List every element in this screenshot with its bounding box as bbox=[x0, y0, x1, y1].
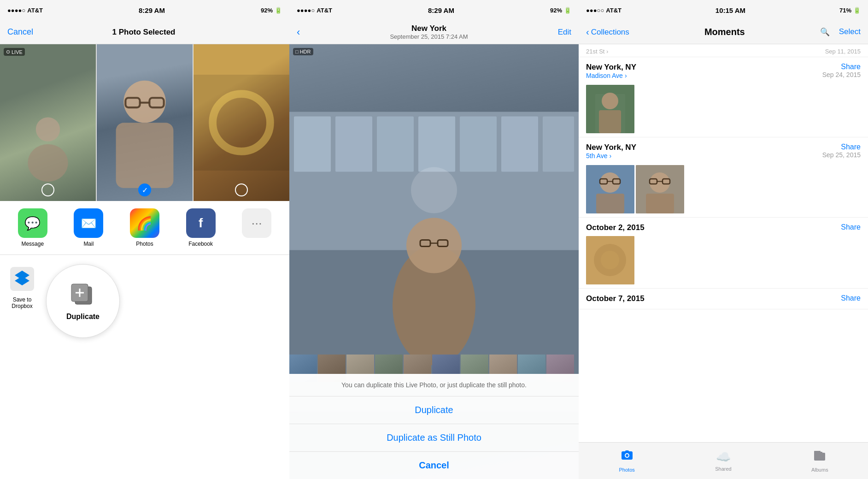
select-circle-2[interactable]: ✓ bbox=[138, 183, 151, 196]
mail-icon: ✉️ bbox=[74, 208, 103, 238]
share-mail[interactable]: ✉️ Mail bbox=[61, 208, 117, 247]
moment-4-share[interactable]: Share bbox=[841, 294, 861, 302]
tab-bar-3: Photos ☁️ Shared Albums bbox=[579, 442, 868, 479]
more-icon: ··· bbox=[242, 208, 271, 238]
share-message[interactable]: 💬 Message bbox=[5, 208, 61, 247]
collections-back-button[interactable]: ‹ Collections bbox=[586, 27, 629, 37]
svg-point-49 bbox=[601, 251, 619, 269]
panel-3: ●●●○○ AT&T 10:15 AM 71% 🔋 ‹ Collections … bbox=[579, 0, 868, 479]
status-bar-2: ●●●●○ AT&T 8:29 AM 92% 🔋 bbox=[289, 0, 579, 20]
shared-tab-label: Shared bbox=[715, 466, 731, 472]
moment-2-info: New York, NY 5th Ave bbox=[586, 143, 636, 161]
status-left-2: ●●●●○ AT&T bbox=[297, 7, 332, 14]
tab-photos[interactable]: Photos bbox=[579, 449, 675, 473]
moment-5th-ave: New York, NY 5th Ave Share Sep 25, 2015 bbox=[579, 137, 868, 218]
dropbox-icon bbox=[7, 264, 37, 294]
duplicate-icon bbox=[67, 281, 99, 309]
moment-2-thumb-1[interactable] bbox=[586, 165, 634, 213]
svg-rect-24 bbox=[543, 117, 574, 172]
moment-1-location: New York, NY bbox=[586, 63, 636, 72]
duplicate-action[interactable]: Duplicate bbox=[46, 264, 120, 338]
moment-2-share[interactable]: Share bbox=[822, 143, 861, 151]
status-left-3: ●●●○○ AT&T bbox=[586, 7, 622, 14]
battery-3: 71% bbox=[839, 7, 851, 14]
status-right-1: 92% 🔋 bbox=[261, 7, 282, 14]
svg-rect-34 bbox=[599, 110, 621, 133]
moments-title: Moments bbox=[704, 27, 745, 37]
svg-point-42 bbox=[650, 172, 670, 193]
svg-point-2 bbox=[123, 81, 166, 123]
search-button[interactable]: 🔍 bbox=[820, 27, 830, 37]
albums-tab-label: Albums bbox=[811, 467, 828, 473]
person-face-1 bbox=[97, 60, 193, 201]
status-bar-1: ●●●●○ AT&T 8:29 AM 92% 🔋 bbox=[0, 0, 289, 20]
shared-tab-icon: ☁️ bbox=[716, 450, 731, 464]
select-circle-3[interactable] bbox=[235, 183, 248, 196]
svg-point-52 bbox=[626, 454, 628, 457]
svg-rect-57 bbox=[814, 451, 821, 453]
nav-title-block-2: New York September 25, 2015 7:24 AM bbox=[390, 24, 468, 40]
carrier-1: AT&T bbox=[27, 7, 43, 14]
dropbox-action[interactable]: Save toDropbox bbox=[7, 264, 37, 309]
svg-point-33 bbox=[602, 93, 618, 109]
svg-rect-23 bbox=[501, 117, 538, 172]
dropbox-label: Save toDropbox bbox=[12, 296, 32, 309]
nav-actions-3: 🔍 Select bbox=[820, 27, 861, 37]
duplicate-still-button[interactable]: Duplicate as Still Photo bbox=[289, 424, 579, 452]
svg-rect-43 bbox=[646, 194, 674, 213]
photos-tab-icon bbox=[621, 449, 633, 465]
facebook-icon: f bbox=[186, 208, 216, 238]
time-1: 8:29 AM bbox=[139, 6, 165, 14]
message-icon: 💬 bbox=[18, 208, 47, 238]
facebook-label: Facebook bbox=[188, 241, 213, 247]
svg-rect-19 bbox=[335, 117, 372, 172]
moment-3-thumb-1[interactable] bbox=[586, 236, 634, 284]
share-photos[interactable]: 🌈 Photos bbox=[117, 208, 173, 247]
svg-rect-55 bbox=[814, 453, 825, 461]
moment-2-location: New York, NY bbox=[586, 143, 636, 152]
photos-tab-label: Photos bbox=[619, 467, 635, 473]
svg-point-36 bbox=[600, 172, 620, 193]
photo-thumb-1[interactable]: ⊙ LIVE bbox=[0, 44, 96, 201]
svg-point-1 bbox=[28, 144, 68, 182]
action-sheet: You can duplicate this Live Photo, or ju… bbox=[289, 374, 579, 479]
moment-2-thumb-2[interactable] bbox=[636, 165, 684, 213]
select-button[interactable]: Select bbox=[839, 27, 861, 37]
back-button-2[interactable]: ‹ bbox=[297, 26, 300, 38]
moment-1-sublocation[interactable]: Madison Ave bbox=[586, 72, 636, 79]
moment-1-share[interactable]: Share bbox=[822, 63, 861, 71]
prev-street: 21st St › bbox=[586, 48, 608, 55]
moment-1-chevron bbox=[624, 72, 627, 79]
battery-icon-3: 🔋 bbox=[853, 7, 861, 14]
tab-shared[interactable]: ☁️ Shared bbox=[675, 450, 771, 472]
actions-row: Save toDropbox Duplicate bbox=[0, 255, 289, 479]
message-label: Message bbox=[21, 241, 44, 247]
live-text: LIVE bbox=[12, 49, 23, 55]
thumb3-pattern bbox=[194, 44, 289, 201]
svg-rect-54 bbox=[625, 450, 629, 452]
live-badge: ⊙ LIVE bbox=[4, 48, 25, 56]
moment-1-thumbs bbox=[586, 85, 861, 133]
live-icon: ⊙ bbox=[6, 49, 10, 55]
moment-madison-ave: New York, NY Madison Ave Share Sep 24, 2… bbox=[579, 57, 868, 137]
share-more[interactable]: ··· bbox=[229, 208, 285, 247]
moment-3-header: October 2, 2015 Share bbox=[586, 223, 861, 232]
photo-thumb-3[interactable] bbox=[194, 44, 289, 201]
battery-1: 92% bbox=[261, 7, 273, 14]
edit-button[interactable]: Edit bbox=[558, 28, 571, 37]
signal-dots-1: ●●●●○ bbox=[7, 7, 25, 14]
photo-thumb-2[interactable]: ✓ bbox=[97, 44, 193, 201]
duplicate-button[interactable]: Duplicate bbox=[289, 396, 579, 424]
moment-4-header: October 7, 2015 Share bbox=[586, 294, 861, 303]
battery-icon-1: 🔋 bbox=[275, 7, 282, 14]
share-facebook[interactable]: f Facebook bbox=[173, 208, 229, 247]
moment-2-sublocation[interactable]: 5th Ave bbox=[586, 152, 636, 160]
moments-scroll[interactable]: 21st St › Sep 11, 2015 New York, NY Madi… bbox=[579, 44, 868, 442]
cancel-action-button[interactable]: Cancel bbox=[289, 452, 579, 479]
moment-1-thumb-1[interactable] bbox=[586, 85, 634, 133]
cancel-button[interactable]: Cancel bbox=[7, 27, 33, 37]
moment-4-location: October 7, 2015 bbox=[586, 294, 645, 303]
tab-albums[interactable]: Albums bbox=[772, 449, 868, 473]
select-circle-1[interactable] bbox=[41, 183, 54, 196]
moment-3-share[interactable]: Share bbox=[841, 223, 861, 231]
